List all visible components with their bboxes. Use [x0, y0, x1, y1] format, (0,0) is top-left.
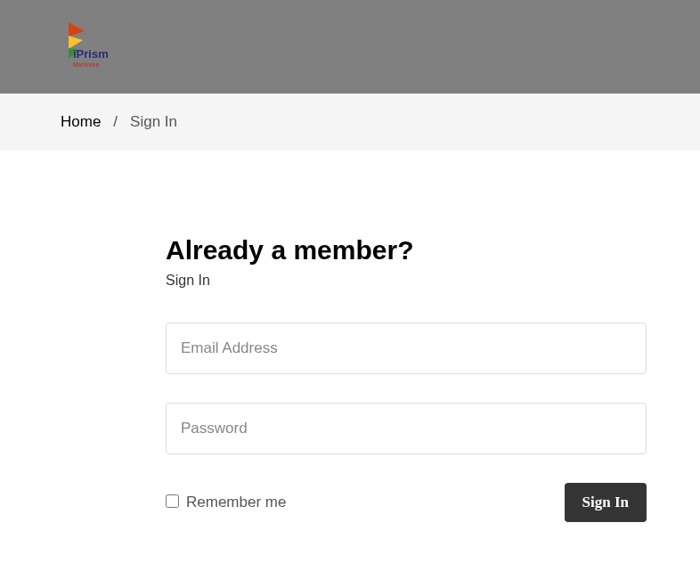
svg-text:Mahindra: Mahindra	[73, 61, 99, 68]
breadcrumb-home-link[interactable]: Home	[61, 113, 101, 131]
email-field[interactable]	[166, 323, 647, 374]
breadcrumb-bar: Home / Sign In	[0, 94, 700, 151]
svg-marker-0	[69, 22, 85, 37]
breadcrumb: Home / Sign In	[61, 113, 639, 131]
form-actions-row: Remember me Sign In	[166, 483, 647, 522]
svg-text:iPrism: iPrism	[73, 47, 109, 61]
breadcrumb-separator: /	[113, 113, 118, 131]
password-field[interactable]	[166, 403, 647, 454]
remember-me-label[interactable]: Remember me	[186, 494, 286, 511]
logo-icon: iPrism Mahindra	[58, 20, 113, 74]
breadcrumb-current: Sign In	[130, 113, 177, 131]
logo[interactable]: iPrism Mahindra	[58, 20, 113, 74]
remember-me-wrap: Remember me	[166, 494, 286, 511]
form-heading: Already a member?	[166, 235, 593, 265]
signin-form-container: Already a member? Sign In Remember me Si…	[0, 151, 647, 576]
header: iPrism Mahindra	[0, 0, 700, 94]
remember-me-checkbox[interactable]	[166, 494, 179, 508]
signin-button[interactable]: Sign In	[565, 483, 647, 522]
form-subheading: Sign In	[166, 273, 593, 289]
